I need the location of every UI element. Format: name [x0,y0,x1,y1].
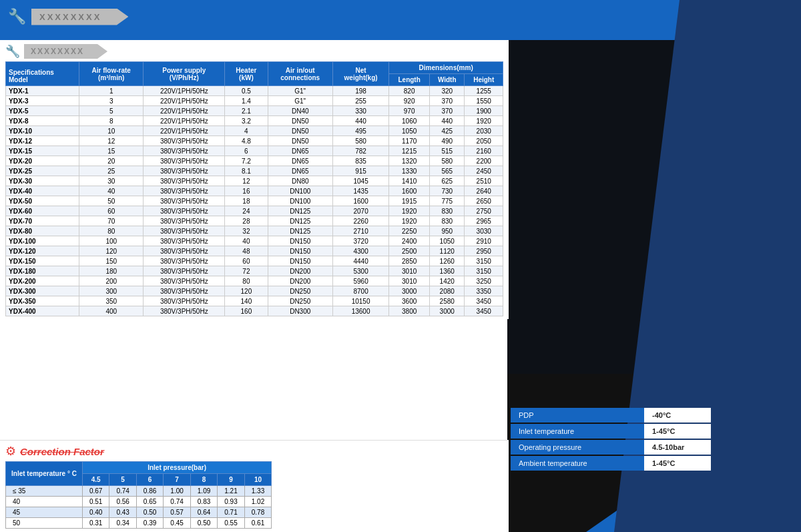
right-specs-panel: PDP-40°CInlet temperature1-45°COperating… [511,408,764,472]
pressure-header: 8 [190,474,217,486]
spec-row: PDP-40°C [511,408,764,423]
spec-value: 1-45°C [644,424,711,439]
pressure-header: 4.5 [82,474,109,486]
th-height: Height [465,74,503,86]
wrench-icon: 🔧 [8,8,26,25]
spec-row: Operating pressure4.5-10bar [511,440,764,455]
spec-value: 1-45°C [644,456,711,471]
brand-header: 🔧 XXXXXXXX [0,40,509,61]
pressure-header: 10 [244,474,271,486]
brand-logo-text: XXXXXXXX [24,44,107,59]
table-row: YDX-8080380V/3PH/50Hz32DN125271022509503… [6,226,503,236]
table-row: YDX-400400380V/3PH/50Hz160DN300136003800… [6,306,503,316]
table-row: YDX-6060380V/3PH/50Hz24DN125207019208302… [6,206,503,216]
th-connections: Air in/out connections [268,62,332,86]
th-heater: Heater (kW) [225,62,268,86]
th-airflow: Air flow-rate (m³/min) [79,62,144,86]
th-net-weight: Net weight(kg) [332,62,388,86]
spec-label: Inlet temperature [511,424,644,439]
correction-row: 450.400.430.500.570.640.710.78 [6,507,272,518]
correction-icon: ⚙ [5,444,16,459]
table-row: YDX-200200380V/3PH/50Hz80DN2005960301014… [6,276,503,286]
th-inlet-pressure: Inlet pressure(bar) [82,462,271,474]
spec-value: -40°C [644,408,711,423]
table-row: YDX-88220V/1PH/50Hz3.2DN5044010604401920 [6,116,503,126]
table-row: YDX-3030380V/3PH/50Hz12DN801045141062525… [6,176,503,186]
correction-row: 400.510.560.650.740.830.931.02 [6,497,272,507]
table-row: YDX-7070380V/3PH/50Hz28DN125226019208302… [6,216,503,226]
main-table-area: 🔧 XXXXXXXX Specifications Model Air flow… [0,40,509,319]
table-row: YDX-120120380V/3PH/50Hz48DN1504300250011… [6,246,503,256]
spec-row: Ambient temperature1-45°C [511,456,764,471]
pressure-header: 9 [218,474,244,486]
table-row: YDX-33220V/1PH/50Hz1.4G1"2559203701550 [6,96,503,106]
th-dimensions: Dimensions(mm) [389,62,503,74]
spec-label: PDP [511,408,644,423]
table-row: YDX-5050380V/3PH/50Hz18DN100160019157752… [6,196,503,206]
table-row: YDX-2020380V/3PH/50Hz7.2DN65835132058022… [6,156,503,166]
pressure-header: 6 [136,474,163,486]
correction-area: ⚙ Correction Factor Inlet temperature ° … [0,440,509,532]
table-row: YDX-150150380V/3PH/50Hz60DN1504440285012… [6,256,503,266]
brand-icon: 🔧 [5,44,20,59]
correction-title: Correction Factor [20,446,104,457]
th-specs-model: Specifications Model [6,62,79,86]
table-row: YDX-100100380V/3PH/50Hz40DN1503720240010… [6,236,503,246]
correction-row: 500.310.340.390.450.500.550.61 [6,518,272,529]
spec-value: 4.5-10bar [644,440,711,455]
spec-table: Specifications Model Air flow-rate (m³/m… [5,61,503,316]
correction-row: ≤ 350.670.740.861.001.091.211.33 [6,486,272,497]
table-row: YDX-1212380V/3PH/50Hz4.8DN50580117049020… [6,136,503,146]
correction-header-row-1: Inlet temperature ° C Inlet pressure(bar… [6,462,272,474]
spec-row: Inlet temperature1-45°C [511,424,764,439]
table-row: YDX-180180380V/3PH/50Hz72DN2005300301013… [6,266,503,276]
table-row: YDX-1515380V/3PH/50Hz6DN6578212155152160 [6,146,503,156]
header-row-1: Specifications Model Air flow-rate (m³/m… [6,62,503,74]
spec-label: Operating pressure [511,440,644,455]
table-row: YDX-2525380V/3PH/50Hz8.1DN65915133056524… [6,166,503,176]
correction-table: Inlet temperature ° C Inlet pressure(bar… [5,461,272,529]
th-power: Power supply (V/Ph/Hz) [144,62,225,86]
spec-label: Ambient temperature [511,456,644,471]
th-inlet-temp: Inlet temperature ° C [6,462,83,486]
table-row: YDX-350350380V/3PH/50Hz140DN250101503600… [6,296,503,306]
table-row: YDX-11220V/1PH/50Hz0.5G1"1988203201255 [6,86,503,96]
correction-header: ⚙ Correction Factor [5,444,503,459]
pressure-header: 5 [109,474,136,486]
table-row: YDX-4040380V/3PH/50Hz16DN100143516007302… [6,186,503,196]
th-width: Width [429,74,465,86]
logo-area: 🔧 XXXXXXXX [8,8,128,25]
th-length: Length [389,74,430,86]
logo-text: XXXXXXXX [31,9,128,25]
table-row: YDX-55220V/1PH/50Hz2.1DN403309703701900 [6,106,503,116]
table-row: YDX-1010220V/1PH/50Hz4DN5049510504252030 [6,126,503,136]
pressure-header: 7 [164,474,190,486]
table-row: YDX-300300380V/3PH/50Hz120DN250870030002… [6,286,503,296]
